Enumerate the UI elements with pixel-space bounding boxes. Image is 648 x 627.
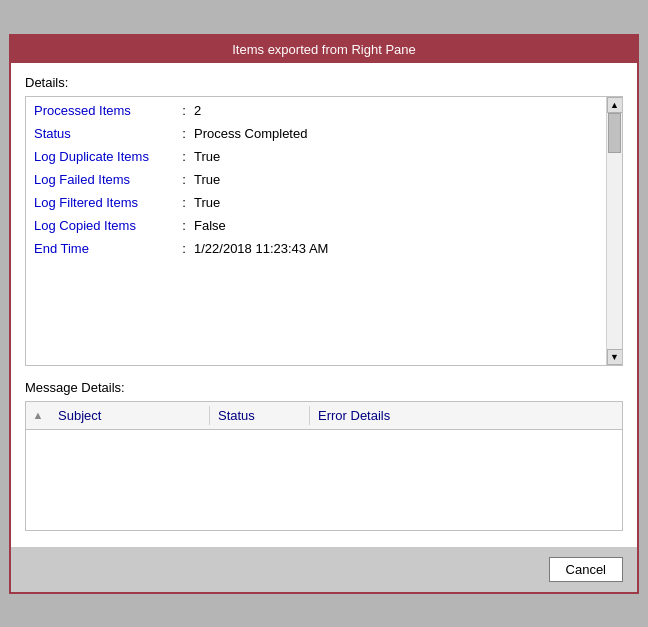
table-header: ▲ Subject Status Error Details [26,402,622,430]
detail-key: End Time [34,241,174,256]
detail-colon: : [174,103,194,118]
detail-colon: : [174,126,194,141]
detail-colon: : [174,172,194,187]
scrollbar-up-button[interactable]: ▲ [607,97,623,113]
col-status[interactable]: Status [210,406,310,425]
sort-icon: ▲ [26,406,50,425]
details-section-label: Details: [25,75,623,90]
detail-colon: : [174,218,194,233]
message-table: ▲ Subject Status Error Details [25,401,623,531]
detail-colon: : [174,149,194,164]
dialog-body: Details: Processed Items:2Status:Process… [11,63,637,543]
cancel-button[interactable]: Cancel [549,557,623,582]
scrollbar-down-button[interactable]: ▼ [607,349,623,365]
detail-value: 2 [194,103,201,118]
detail-row: Log Filtered Items:True [34,195,598,210]
message-section: Message Details: ▲ Subject Status Error … [25,380,623,531]
scrollbar[interactable]: ▲ ▼ [606,97,622,365]
details-content: Processed Items:2Status:Process Complete… [26,97,606,365]
detail-row: Log Duplicate Items:True [34,149,598,164]
detail-row: Processed Items:2 [34,103,598,118]
detail-key: Log Copied Items [34,218,174,233]
table-body [26,430,622,530]
detail-row: Log Copied Items:False [34,218,598,233]
detail-key: Log Duplicate Items [34,149,174,164]
dialog-title: Items exported from Right Pane [11,36,637,63]
detail-key: Processed Items [34,103,174,118]
dialog: Items exported from Right Pane Details: … [9,34,639,594]
detail-key: Log Failed Items [34,172,174,187]
detail-row: Status:Process Completed [34,126,598,141]
detail-value: True [194,172,220,187]
detail-value: False [194,218,226,233]
detail-row: End Time:1/22/2018 11:23:43 AM [34,241,598,256]
dialog-footer: Cancel [11,547,637,592]
col-subject[interactable]: Subject [50,406,210,425]
scrollbar-track [607,113,622,349]
detail-colon: : [174,241,194,256]
detail-value: True [194,149,220,164]
message-section-label: Message Details: [25,380,623,395]
scrollbar-thumb[interactable] [608,113,621,153]
detail-key: Status [34,126,174,141]
detail-colon: : [174,195,194,210]
detail-row: Log Failed Items:True [34,172,598,187]
detail-value: True [194,195,220,210]
detail-value: Process Completed [194,126,307,141]
details-box: Processed Items:2Status:Process Complete… [25,96,623,366]
detail-value: 1/22/2018 11:23:43 AM [194,241,328,256]
col-error[interactable]: Error Details [310,406,622,425]
detail-key: Log Filtered Items [34,195,174,210]
